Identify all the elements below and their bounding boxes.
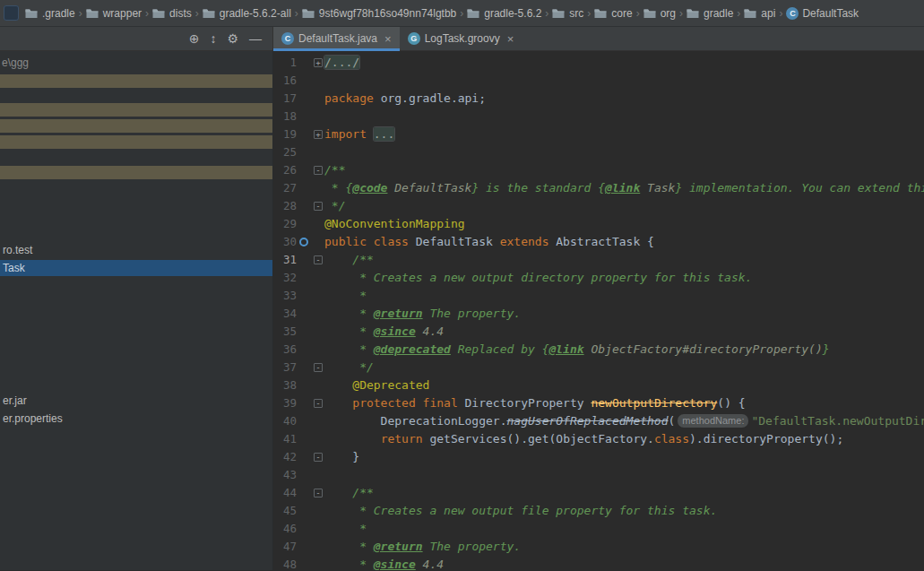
folder-icon — [594, 7, 608, 19]
code-line[interactable]: 39- protected final DirectoryProperty ne… — [273, 394, 924, 412]
breadcrumb-separator: › — [77, 7, 84, 20]
locate-icon[interactable]: ⊕ — [189, 32, 200, 45]
line-number: 32 — [273, 269, 297, 287]
code-line[interactable]: 37- */ — [273, 359, 924, 376]
editor-tab[interactable]: CDefaultTask.java× — [273, 27, 400, 50]
project-toolbar: ⊕↕⚙— — [0, 27, 273, 50]
code-line[interactable]: 26-/** — [273, 161, 924, 179]
tree-match-highlight[interactable] — [0, 74, 272, 88]
breadcrumb-item[interactable]: org — [642, 5, 678, 22]
fold-gutter-cell — [312, 520, 324, 538]
gutter-icon-cell — [297, 412, 312, 430]
fold-gutter-cell — [312, 108, 324, 125]
breadcrumb-item[interactable]: gradle — [685, 5, 735, 22]
tab-close-icon[interactable]: × — [384, 32, 392, 46]
tree-item[interactable]: ro.test — [3, 243, 32, 257]
code-line[interactable]: 38 @Deprecated — [273, 376, 924, 394]
tree-item[interactable]: er.properties — [3, 411, 63, 426]
line-number: 17 — [273, 90, 297, 108]
tab-label: LogTask.groovy — [425, 32, 500, 45]
breadcrumb-item[interactable]: gradle-5.6.2 — [465, 5, 543, 22]
hide-icon[interactable]: — — [249, 32, 262, 45]
code-line-text: * @since 4.4 — [324, 556, 444, 570]
code-line[interactable]: 27 * {@code DefaultTask} is the standard… — [273, 179, 924, 197]
editor[interactable]: 1+/.../1617package org.gradle.api;1819+i… — [273, 51, 924, 570]
line-number: 29 — [273, 215, 297, 233]
file-type-icon: C — [281, 32, 294, 45]
tree-match-highlight[interactable] — [0, 166, 272, 179]
breadcrumb-item[interactable]: gradle-5.6.2-all — [201, 5, 293, 22]
breadcrumb: .gradle›wrapper›dists›gradle-5.6.2-all›9… — [23, 5, 860, 22]
fold-end-icon[interactable]: - — [314, 453, 323, 462]
editor-code: 1+/.../1617package org.gradle.api;1819+i… — [273, 54, 924, 570]
editor-tabs: CDefaultTask.java×GLogTask.groovy× — [273, 27, 522, 50]
code-line[interactable]: 30public class DefaultTask extends Abstr… — [273, 233, 924, 251]
line-number: 30 — [273, 233, 297, 251]
code-line[interactable]: 40 DeprecationLogger.nagUserOfReplacedMe… — [273, 412, 924, 430]
code-line[interactable]: 41 return getServices().get(ObjectFactor… — [273, 430, 924, 448]
code-line[interactable]: 42- } — [273, 448, 924, 466]
code-line[interactable]: 25 — [273, 143, 924, 161]
tree-item[interactable]: er.jar — [3, 394, 27, 408]
code-line[interactable]: 44- /** — [273, 484, 924, 502]
gutter-icon-cell — [297, 538, 312, 556]
fold-plus-icon[interactable]: + — [314, 58, 323, 67]
tree-match-highlight[interactable] — [0, 135, 272, 149]
fold-gutter-cell: - — [312, 197, 324, 215]
code-line[interactable]: 16 — [273, 72, 924, 90]
breadcrumb-item[interactable]: .gradle — [23, 5, 77, 22]
breadcrumb-separator: › — [585, 7, 592, 20]
breadcrumb-separator: › — [143, 7, 151, 20]
code-line[interactable]: 28- */ — [273, 197, 924, 215]
code-line[interactable]: 17package org.gradle.api; — [273, 90, 924, 108]
settings-gear-icon[interactable]: ⚙ — [227, 32, 238, 45]
fold-minus-icon[interactable]: - — [314, 166, 323, 175]
line-number: 28 — [273, 197, 297, 215]
breadcrumb-item[interactable]: src — [550, 5, 585, 22]
fold-minus-icon[interactable]: - — [314, 255, 323, 264]
breadcrumb-item[interactable]: dists — [151, 5, 194, 22]
code-line[interactable]: 29@NoConventionMapping — [273, 215, 924, 233]
code-line[interactable]: 19+import ... — [273, 125, 924, 143]
gutter-icon-cell — [297, 197, 312, 215]
code-line[interactable]: 36 * @deprecated Replaced by {@link Obje… — [273, 341, 924, 359]
code-line[interactable]: 34 * @return The property. — [273, 305, 924, 323]
fold-minus-icon[interactable]: - — [314, 489, 323, 497]
window-menu-icon[interactable] — [4, 5, 19, 21]
code-line-text: /** — [324, 161, 345, 179]
class-gutter-icon[interactable] — [299, 238, 308, 247]
fold-plus-icon[interactable]: + — [314, 130, 323, 139]
code-line[interactable]: 33 * — [273, 287, 924, 305]
code-line[interactable]: 35 * @since 4.4 — [273, 323, 924, 341]
code-line-text: protected final DirectoryProperty newOut… — [324, 394, 746, 412]
fold-minus-icon[interactable]: - — [314, 399, 323, 408]
code-line[interactable]: 43 — [273, 466, 924, 484]
code-line[interactable]: 46 * — [273, 520, 924, 538]
breadcrumb-item[interactable]: 9st6wgf78h16so49nn74lgtbb — [300, 5, 458, 22]
editor-tab[interactable]: GLogTask.groovy× — [400, 27, 522, 50]
fold-end-icon[interactable]: - — [314, 202, 323, 211]
gutter-icon-cell — [297, 233, 312, 251]
tab-close-icon[interactable]: × — [507, 32, 514, 46]
folder-icon — [86, 7, 99, 19]
project-panel[interactable]: e\gggro.testTasker.jarer.properties — [0, 51, 273, 570]
tree-match-highlight[interactable] — [0, 119, 272, 133]
code-line[interactable]: 32 * Creates a new output directory prop… — [273, 269, 924, 287]
collapse-all-icon[interactable]: ↕ — [210, 32, 216, 45]
code-line[interactable]: 18 — [273, 108, 924, 125]
code-line[interactable]: 45 * Creates a new output file property … — [273, 502, 924, 520]
tree-item-selected[interactable]: Task — [0, 260, 272, 276]
code-line[interactable]: 1+/.../ — [273, 54, 924, 72]
tree-match-highlight[interactable] — [0, 103, 272, 117]
breadcrumb-item[interactable]: core — [592, 5, 634, 22]
fold-gutter-cell: + — [312, 54, 324, 72]
code-line[interactable]: 48 * @since 4.4 — [273, 556, 924, 570]
line-number: 35 — [273, 323, 297, 341]
fold-end-icon[interactable]: - — [314, 363, 323, 372]
breadcrumb-item[interactable]: api — [742, 5, 777, 22]
code-line[interactable]: 31- /** — [273, 251, 924, 269]
code-line[interactable]: 47 * @return The property. — [273, 538, 924, 556]
folder-icon — [302, 7, 315, 19]
breadcrumb-item[interactable]: CDefaultTask — [784, 5, 860, 22]
breadcrumb-item[interactable]: wrapper — [84, 5, 143, 22]
